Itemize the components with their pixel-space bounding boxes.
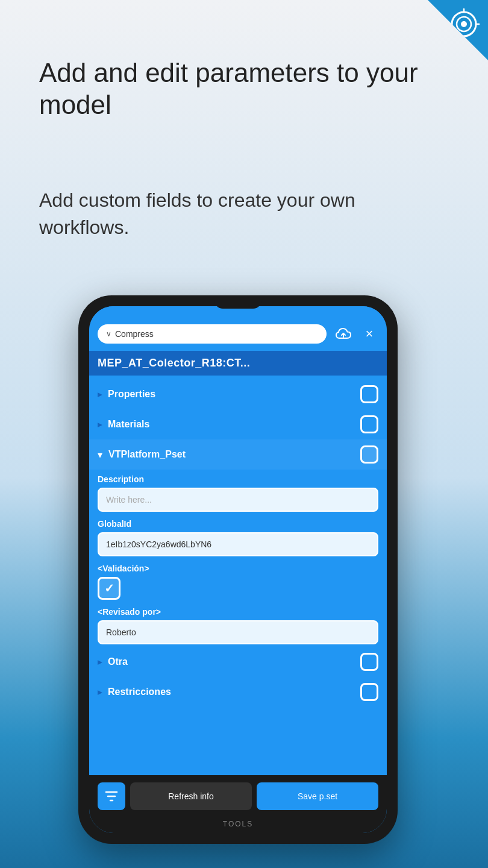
bullet-icon: ▸ [98, 420, 102, 429]
checkmark-icon: ✓ [104, 581, 114, 596]
sub-heading: Add custom fields to create your own wor… [39, 187, 449, 241]
logo-icon [446, 6, 482, 45]
phone-notch [214, 295, 262, 309]
checkbox-icon[interactable] [360, 415, 378, 433]
phone-screen: ∨ Compress × MEP_AT_Colector_R18:CT... [89, 306, 387, 833]
list-item-label: Materials [108, 419, 354, 430]
expanded-bullet-icon: ▾ [98, 449, 102, 461]
phone-mockup: ∨ Compress × MEP_AT_Colector_R18:CT... [78, 295, 398, 844]
globalid-label: GlobalId [98, 519, 378, 529]
validacion-field-section: <Validación> ✓ [89, 559, 387, 602]
filter-button[interactable] [98, 782, 125, 810]
description-label: Description [98, 474, 378, 484]
validacion-checkbox[interactable]: ✓ [98, 577, 120, 600]
list-item[interactable]: ▸ Materials [89, 409, 387, 439]
revisado-field-section: <Revisado por> Roberto [89, 602, 387, 647]
list-item[interactable]: ▸ Otra [89, 647, 387, 677]
vtp-label: VTPlatform_Pset [108, 449, 354, 460]
properties-list: ▸ Properties ▸ Materials ▾ VTPlatform_Ps… [89, 376, 387, 775]
tools-label: TOOLS [89, 817, 387, 833]
close-button[interactable]: × [360, 325, 378, 343]
list-item-label: Restricciones [108, 687, 354, 697]
list-item[interactable]: ▸ Restricciones [89, 677, 387, 707]
screen-content: ∨ Compress × MEP_AT_Colector_R18:CT... [89, 306, 387, 833]
description-field-section: Description Write here... [89, 470, 387, 514]
list-item-label: Otra [108, 656, 354, 667]
revisado-input[interactable]: Roberto [98, 620, 378, 644]
screen-header: ∨ Compress × [89, 306, 387, 351]
screen-toolbar: Refresh info Save p.set [89, 775, 387, 817]
description-input[interactable]: Write here... [98, 488, 378, 512]
bullet-icon: ▸ [98, 657, 102, 667]
cloud-upload-icon[interactable] [333, 323, 354, 345]
file-title: MEP_AT_Colector_R18:CT... [89, 351, 387, 376]
list-item-label: Properties [108, 389, 354, 400]
bullet-icon: ▸ [98, 389, 102, 399]
bullet-icon: ▸ [98, 687, 102, 697]
checkbox-icon[interactable] [360, 385, 378, 403]
list-item[interactable]: ▸ Properties [89, 379, 387, 409]
globalid-field-section: GlobalId 1eIb1z0sYC2ya6wd6LbYN6 [89, 514, 387, 559]
phone-outer: ∨ Compress × MEP_AT_Colector_R18:CT... [78, 295, 398, 844]
dropdown-label: Compress [115, 329, 154, 339]
checkbox-icon[interactable] [360, 445, 378, 464]
globalid-input[interactable]: 1eIb1z0sYC2ya6wd6LbYN6 [98, 532, 378, 556]
main-heading: Add and edit parameters to your model [39, 57, 449, 121]
revisado-label: <Revisado por> [98, 607, 378, 617]
checkbox-icon[interactable] [360, 683, 378, 701]
refresh-info-button[interactable]: Refresh info [130, 782, 252, 810]
chevron-down-icon: ∨ [106, 330, 111, 338]
checkbox-icon[interactable] [360, 653, 378, 671]
save-pset-button[interactable]: Save p.set [257, 782, 378, 810]
refresh-label: Refresh info [168, 791, 213, 801]
compress-dropdown[interactable]: ∨ Compress [98, 324, 327, 344]
svg-point-2 [461, 21, 467, 27]
vtp-pset-row[interactable]: ▾ VTPlatform_Pset [89, 439, 387, 470]
validacion-label: <Validación> [98, 564, 378, 573]
save-label: Save p.set [298, 791, 337, 801]
logo-corner [428, 0, 488, 60]
